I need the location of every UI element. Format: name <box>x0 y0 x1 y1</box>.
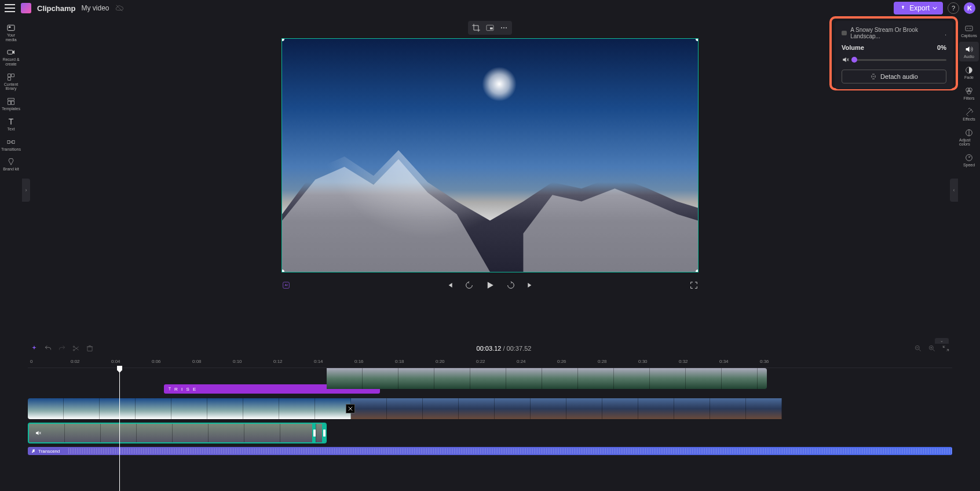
video-track-1[interactable] <box>28 398 952 419</box>
volume-slider[interactable] <box>854 59 946 61</box>
library-icon <box>6 72 16 82</box>
zoom-out-icon[interactable] <box>914 344 922 352</box>
sync-off-icon <box>115 4 123 12</box>
app-name: Clipchamp <box>37 4 75 13</box>
forward-icon[interactable] <box>506 281 515 290</box>
right-adjust[interactable]: Adjust colors <box>959 125 979 149</box>
sidebar-templates[interactable]: Templates <box>1 94 21 114</box>
undo-icon[interactable] <box>44 344 52 352</box>
right-captions[interactable]: Captions <box>959 21 979 41</box>
help-button[interactable]: ? <box>948 2 959 14</box>
menu-button[interactable] <box>5 4 15 12</box>
svg-point-18 <box>73 346 74 347</box>
media-icon <box>6 23 16 32</box>
fit-icon[interactable] <box>942 344 950 352</box>
ai-tool-icon[interactable] <box>281 281 291 290</box>
mute-icon[interactable] <box>35 430 42 437</box>
audio-icon <box>964 45 974 54</box>
resize-handle[interactable] <box>696 38 699 41</box>
preview-toolbar <box>468 21 512 35</box>
right-sidebar: Captions Audio Fade Filters Effects Adju… <box>958 16 980 491</box>
collapse-timeline-button[interactable]: ⌄ <box>935 338 949 344</box>
app-logo <box>21 3 31 13</box>
svg-point-25 <box>966 88 970 92</box>
sidebar-transitions[interactable]: Transitions <box>1 135 21 154</box>
volume-value: 0% <box>937 44 946 51</box>
filters-icon <box>964 86 974 96</box>
brand-icon <box>6 157 16 166</box>
audio-panel: A Snowy Stream Or Brook Landscap... . Vo… <box>835 21 953 89</box>
sidebar-text[interactable]: Text <box>1 115 21 134</box>
crop-icon[interactable] <box>471 23 481 32</box>
sidebar-content[interactable]: Content library <box>1 70 21 93</box>
prev-icon[interactable] <box>445 281 454 290</box>
timeline-ruler[interactable]: 00:020:040:060:080:100:120:140:160:180:2… <box>28 357 952 368</box>
svg-rect-4 <box>8 74 11 77</box>
right-effects[interactable]: Effects <box>959 104 979 124</box>
volume-label: Volume <box>842 44 864 51</box>
detach-audio-button[interactable]: Detach audio <box>842 70 946 83</box>
timecode: 00:03.12 / 00:37.52 <box>477 345 532 352</box>
svg-rect-9 <box>12 101 14 104</box>
expand-left-button[interactable]: › <box>22 179 30 202</box>
top-bar: Clipchamp My video Export ? K <box>0 0 980 16</box>
slider-thumb[interactable] <box>851 57 857 63</box>
next-icon[interactable] <box>526 281 535 290</box>
transition-badge[interactable] <box>346 404 355 413</box>
svg-rect-6 <box>8 77 11 80</box>
export-button[interactable]: Export <box>894 2 943 14</box>
right-speed[interactable]: Speed <box>959 150 979 170</box>
svg-rect-23 <box>966 26 972 31</box>
text-icon <box>6 117 16 126</box>
svg-point-15 <box>503 27 504 28</box>
fade-icon <box>964 66 974 75</box>
clip-name: A Snowy Stream Or Brook Landscap... <box>850 27 941 39</box>
upload-icon <box>899 5 906 12</box>
svg-rect-7 <box>8 99 14 100</box>
effects-icon <box>964 107 974 117</box>
user-avatar[interactable]: K <box>964 2 975 14</box>
svg-point-26 <box>968 88 972 92</box>
split-icon[interactable] <box>72 344 80 352</box>
sidebar-brand[interactable]: Brand kit <box>1 155 21 174</box>
zoom-in-icon[interactable] <box>928 344 936 352</box>
text-icon <box>167 387 172 391</box>
video-track-2[interactable] <box>28 423 327 443</box>
svg-rect-5 <box>12 74 14 77</box>
svg-point-27 <box>967 90 971 94</box>
svg-rect-3 <box>8 50 13 54</box>
clip-thumb-icon <box>842 31 847 35</box>
rewind-icon[interactable] <box>465 281 474 290</box>
right-filters[interactable]: Filters <box>959 83 979 103</box>
svg-rect-1 <box>8 25 14 30</box>
fullscreen-icon[interactable] <box>689 281 699 290</box>
left-sidebar: Your media Record & create Content libra… <box>0 16 22 491</box>
playback-controls <box>281 272 699 296</box>
play-icon[interactable] <box>484 279 496 291</box>
resize-handle[interactable] <box>281 38 284 41</box>
right-fade[interactable]: Fade <box>959 63 979 82</box>
video-preview[interactable] <box>281 38 699 272</box>
redo-icon[interactable] <box>58 344 66 352</box>
sidebar-your-media[interactable]: Your media <box>1 21 21 44</box>
mute-icon[interactable] <box>842 56 850 64</box>
more-icon[interactable] <box>499 23 509 32</box>
clip-trim-right[interactable] <box>312 424 316 442</box>
sidebar-record[interactable]: Record & create <box>1 45 21 68</box>
audio-track[interactable]: Transcend <box>28 447 952 455</box>
speed-icon <box>964 153 974 162</box>
svg-rect-13 <box>490 27 493 29</box>
preview-area: 16:9 › ‹ <box>22 16 958 340</box>
project-name[interactable]: My video <box>81 4 109 12</box>
expand-right-button[interactable]: ‹ <box>950 179 958 202</box>
delete-icon[interactable] <box>86 344 94 352</box>
clip-trim-right[interactable] <box>322 424 326 442</box>
playhead[interactable] <box>119 368 120 491</box>
svg-rect-8 <box>8 101 11 104</box>
svg-point-19 <box>73 350 74 351</box>
captions-icon <box>964 24 974 33</box>
sparkle-icon[interactable] <box>30 344 38 352</box>
pip-icon[interactable] <box>485 23 495 32</box>
svg-point-16 <box>506 27 507 28</box>
right-audio[interactable]: Audio <box>959 42 979 61</box>
